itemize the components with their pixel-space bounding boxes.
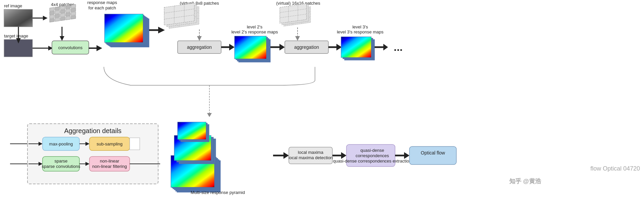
svg-rect-24 xyxy=(71,15,76,19)
sparse-conv-label2: sparse convolutions xyxy=(42,164,80,169)
max-pooling-label: max-pooling xyxy=(49,141,73,146)
agg-label-2: aggregation xyxy=(294,44,319,50)
arrow-to-virtual8x8 xyxy=(158,27,165,33)
arrow-ref-to-patches xyxy=(43,16,48,20)
svg-rect-20 xyxy=(50,18,54,22)
arrow-down-to-conv xyxy=(60,36,64,41)
quasi-label3: quasi-dense correspondences extraction xyxy=(333,159,411,164)
arrow-agg1-to-stack2 xyxy=(229,44,235,50)
multi-size-pyramid xyxy=(171,122,220,192)
convolutions-label: convolutions xyxy=(58,45,83,50)
sparse-conv-label1: sparse xyxy=(54,159,67,164)
svg-rect-6 xyxy=(55,7,60,10)
optical-flow-label1: Optical flow xyxy=(421,150,445,155)
watermark: 知乎 @黄浩 xyxy=(509,178,541,185)
svg-rect-9 xyxy=(71,4,76,8)
ref-image-label: ref image xyxy=(4,3,22,8)
virtual-8x8-group xyxy=(164,3,199,28)
svg-rect-10 xyxy=(50,11,54,15)
svg-rect-23 xyxy=(66,16,70,20)
agg-label-1: aggregation xyxy=(187,44,212,50)
ellipsis-top: ... xyxy=(394,41,403,53)
svg-rect-8 xyxy=(66,5,70,9)
response-stack-2 xyxy=(235,36,270,62)
response-stack-main xyxy=(105,14,149,47)
bracket-line xyxy=(104,67,315,85)
optical-flow-box xyxy=(409,146,456,165)
svg-rect-13 xyxy=(66,9,70,12)
local-maxima-label1: local maxima xyxy=(298,150,324,155)
level3-label: level 3's response maps xyxy=(337,29,384,34)
sub-sampling-label: sub-sampling xyxy=(96,141,122,146)
svg-rect-11 xyxy=(55,10,60,14)
svg-rect-18 xyxy=(66,12,70,16)
svg-rect-22 xyxy=(60,17,65,21)
svg-rect-21 xyxy=(55,18,60,21)
pyramid-label: Multi-size response pyramid xyxy=(191,190,245,195)
agg-details-title: Aggregation details xyxy=(64,127,121,134)
virtual-16x16-group xyxy=(280,4,311,26)
target-image-label: target image xyxy=(4,33,28,38)
level2-label2: level 2's response maps xyxy=(231,29,278,34)
brand-text: flow Optical 04720 xyxy=(590,165,640,172)
nonlinear-label2: non-linear filtering xyxy=(92,164,127,169)
dashed-arrowhead-down xyxy=(197,36,202,41)
svg-rect-16 xyxy=(55,14,60,18)
response-maps-label: response maps xyxy=(87,0,117,5)
svg-rect-15 xyxy=(50,15,54,18)
level2-label: level 2's xyxy=(247,24,263,29)
svg-rect-7 xyxy=(60,6,65,10)
arrow-conv-to-stack xyxy=(96,45,102,51)
svg-rect-14 xyxy=(71,8,76,12)
svg-text:level 3's: level 3's xyxy=(352,24,368,29)
arrow-local-to-quasi xyxy=(341,152,346,159)
svg-rect-17 xyxy=(60,13,65,17)
svg-rect-34 xyxy=(105,14,143,42)
arrow-pyramid-to-local xyxy=(283,152,289,159)
arrow-stack2-to-agg2 xyxy=(279,44,285,50)
nonlinear-label1: non-linear xyxy=(100,159,119,164)
diagram-container: ref image target image 4x4 patches xyxy=(0,0,644,209)
svg-rect-12 xyxy=(60,10,65,13)
svg-rect-19 xyxy=(71,12,76,15)
local-maxima-label2: local maxima detection xyxy=(288,155,333,160)
bracket-arrowhead xyxy=(207,113,212,117)
svg-rect-5 xyxy=(50,7,54,11)
dashed-arrowhead-down2 xyxy=(295,36,300,41)
ref-image-group: ref image xyxy=(4,3,33,27)
arrow-stack3-to-dots xyxy=(383,44,388,50)
svg-rect-55 xyxy=(235,36,266,59)
quasi-label2: correspondences xyxy=(356,153,389,158)
svg-rect-96 xyxy=(178,122,206,139)
response-stack-3 xyxy=(341,37,375,60)
diagram-svg: ref image target image 4x4 patches xyxy=(0,0,644,209)
svg-rect-73 xyxy=(341,37,371,58)
arrow-quasi-to-optical xyxy=(404,152,409,159)
svg-rect-1 xyxy=(4,9,33,27)
quasi-label1: quasi-dense xyxy=(361,148,384,153)
svg-rect-79 xyxy=(130,138,140,150)
response-maps-label2: for each patch xyxy=(88,5,116,10)
